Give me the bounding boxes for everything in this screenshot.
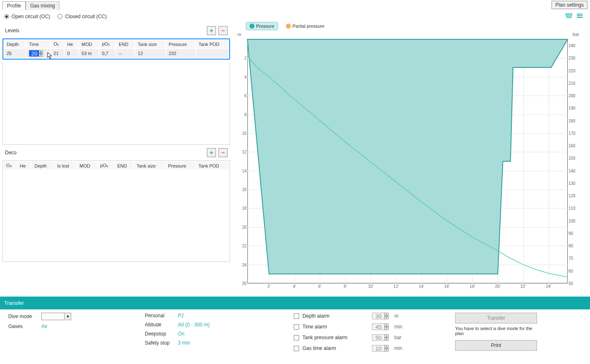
- deco-add-button[interactable]: +: [207, 148, 216, 157]
- transfer-msg: You have to select a dive mode for the p…: [455, 326, 542, 336]
- altitude-label: Altitude: [145, 322, 175, 328]
- cell-depth[interactable]: 25: [4, 49, 26, 58]
- spin-up[interactable]: ▲: [384, 313, 389, 316]
- levels-table: Depth Time O₂ He MOD pO₂ END Tank size P…: [2, 38, 230, 60]
- deco-table: O₂ He Depth Is lost MOD pO₂ END Tank siz…: [3, 161, 230, 170]
- gastime-alarm-unit: min: [394, 345, 402, 351]
- depth-alarm-checkbox[interactable]: [294, 314, 299, 319]
- tank-alarm-checkbox[interactable]: [294, 335, 299, 340]
- col-tank-size[interactable]: Tank size: [135, 40, 165, 48]
- safetystop-value[interactable]: 3 min: [178, 340, 190, 346]
- time-input[interactable]: [29, 50, 40, 57]
- partial-icon: [286, 24, 291, 29]
- cell-o2[interactable]: 21: [51, 49, 64, 58]
- deco-col-he[interactable]: He: [17, 162, 31, 170]
- cell-end[interactable]: --: [116, 49, 134, 58]
- tab-gas-mixing[interactable]: Gas mixing: [26, 1, 60, 10]
- levels-row[interactable]: 25 ▲ ▼ 2: [4, 49, 228, 58]
- deco-col-mod[interactable]: MOD: [77, 162, 97, 170]
- dive-mode-label: Dive mode: [8, 314, 38, 319]
- tabs: Profile Gas mixing: [2, 1, 60, 10]
- altitude-value[interactable]: A0 (0 - 300 m): [178, 322, 210, 328]
- spin-up[interactable]: ▲: [384, 345, 389, 348]
- col-o2[interactable]: O₂: [51, 40, 64, 48]
- personal-label: Personal: [145, 313, 175, 318]
- deepstop-value[interactable]: On: [178, 331, 185, 337]
- deco-col-end[interactable]: END: [115, 162, 133, 170]
- col-depth[interactable]: Depth: [4, 40, 26, 48]
- deco-col-tank[interactable]: Tank size: [134, 162, 165, 170]
- toggle-pressure[interactable]: Pressure: [246, 22, 278, 30]
- dive-chart: m bar 2468101214161820222426506070809010…: [233, 32, 588, 294]
- gastime-alarm-input[interactable]: [372, 345, 385, 352]
- col-end[interactable]: END: [116, 40, 134, 48]
- radio-dot-icon: [4, 14, 9, 19]
- gastime-alarm-checkbox[interactable]: [294, 346, 299, 351]
- time-spin-up[interactable]: ▲: [39, 50, 43, 53]
- deco-col-pod[interactable]: Tank POD: [196, 162, 229, 170]
- col-mod[interactable]: MOD: [79, 40, 98, 48]
- spin-down[interactable]: ▼: [384, 348, 389, 352]
- deco-title: Deco: [5, 150, 207, 156]
- time-spin-down[interactable]: ▼: [39, 53, 43, 57]
- cell-mod[interactable]: 53 m: [79, 49, 98, 58]
- toggle-pressure-label: Pressure: [256, 24, 274, 29]
- transfer-band: Transfer: [0, 297, 590, 309]
- plan-settings-button[interactable]: Plan settings: [552, 1, 588, 9]
- cell-pressure[interactable]: 232: [166, 49, 195, 58]
- levels-remove-button[interactable]: −: [218, 26, 228, 35]
- col-he[interactable]: He: [65, 40, 78, 48]
- chevron-down-icon: ▾: [64, 314, 71, 319]
- depth-alarm-unit: m: [394, 313, 398, 319]
- col-po2[interactable]: pO₂: [99, 40, 115, 48]
- depth-alarm-input[interactable]: [372, 313, 385, 319]
- spin-down[interactable]: ▼: [384, 316, 389, 319]
- print-button[interactable]: Print: [455, 340, 537, 351]
- gastime-alarm-label: Gas time alarm: [302, 345, 369, 351]
- deepstop-label: Deepstop: [145, 331, 175, 337]
- dive-mode-combo[interactable]: ▾: [41, 313, 71, 320]
- radio-dot-icon: [58, 14, 62, 19]
- time-alarm-checkbox[interactable]: [294, 324, 299, 330]
- transfer-button[interactable]: Transfer: [455, 313, 537, 323]
- deco-col-islost[interactable]: Is lost: [55, 162, 76, 170]
- cell-time[interactable]: ▲ ▼: [26, 49, 50, 58]
- time-alarm-unit: min: [394, 324, 402, 330]
- col-tank-pod[interactable]: Tank POD: [196, 40, 228, 48]
- deco-col-o2[interactable]: O₂: [4, 162, 17, 170]
- radio-closed-circuit[interactable]: Closed circuit (CC): [58, 14, 107, 19]
- levels-add-button[interactable]: +: [207, 26, 216, 35]
- gases-value[interactable]: Air: [41, 323, 48, 329]
- levels-title: Levels: [5, 28, 207, 34]
- toggle-partial-label: Partial pressure: [293, 24, 324, 29]
- tank-alarm-input[interactable]: [372, 334, 385, 341]
- gauge-icon: [249, 24, 254, 29]
- gases-label: Gases: [8, 323, 38, 329]
- deco-remove-button[interactable]: −: [218, 148, 228, 157]
- toggle-partial-pressure[interactable]: Partial pressure: [282, 22, 328, 30]
- tank-alarm-unit: bar: [394, 335, 401, 340]
- deco-col-depth[interactable]: Depth: [32, 162, 54, 170]
- spin-up[interactable]: ▲: [384, 323, 389, 327]
- time-alarm-label: Time alarm: [302, 324, 369, 330]
- radio-open-circuit[interactable]: Open circuit (OC): [4, 14, 50, 19]
- personal-value[interactable]: P2: [178, 313, 184, 318]
- cell-tank[interactable]: 12: [135, 49, 165, 58]
- chart-view-icon[interactable]: [565, 13, 573, 19]
- col-time[interactable]: Time: [26, 40, 50, 48]
- time-alarm-input[interactable]: [372, 323, 385, 330]
- tank-alarm-label: Tank pressure alarm: [302, 335, 369, 340]
- cell-he[interactable]: 0: [65, 49, 78, 58]
- chart-menu-icon[interactable]: [576, 13, 583, 19]
- cell-po2[interactable]: 0,7: [99, 49, 115, 58]
- deco-col-pressure[interactable]: Pressure: [165, 162, 195, 170]
- radio-closed-circuit-label: Closed circuit (CC): [65, 14, 107, 19]
- deco-col-po2[interactable]: pO₂: [98, 162, 114, 170]
- spin-up[interactable]: ▲: [384, 334, 389, 338]
- tab-profile[interactable]: Profile: [2, 1, 26, 10]
- cell-pod[interactable]: [196, 49, 228, 58]
- spin-down[interactable]: ▼: [384, 327, 389, 330]
- col-pressure[interactable]: Pressure: [166, 40, 195, 48]
- spin-down[interactable]: ▼: [384, 338, 389, 341]
- depth-alarm-label: Depth alarm: [302, 313, 369, 319]
